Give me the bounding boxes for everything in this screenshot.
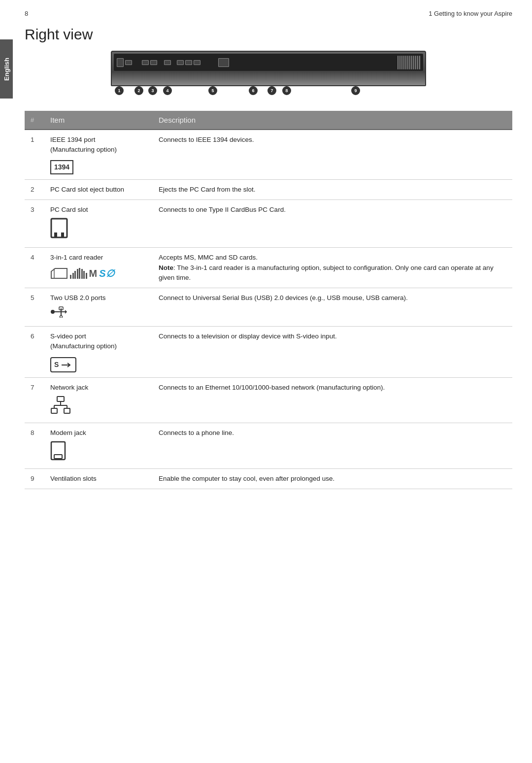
row-desc: Connects to IEEE 1394 devices. [153,130,512,179]
callout-dot-6: 6 [249,86,258,95]
vent-line [403,56,404,69]
vent-line [411,56,412,69]
col-header-item: Item [44,111,153,130]
vent-line [419,56,420,69]
row-desc: Accepts MS, MMC and SD cards. Note: The … [153,248,512,288]
vent-line [409,56,410,69]
svg-rect-21 [51,442,65,460]
callout-dot-7: 7 [267,86,276,95]
row-desc: Connects to a phone line. [153,423,512,469]
row-desc: Connects to an Ethernet 10/100/1000-base… [153,378,512,423]
table-row: 1 IEEE 1394 port(Manufacturing option) 1… [25,130,512,179]
mmc-icon [70,268,87,279]
svg-point-10 [60,316,63,318]
table-row: 8 Modem jack Connects to a phone line. [25,423,512,469]
svg-rect-20 [64,408,70,413]
callout-dot-1: 1 [115,86,124,95]
port-7 [185,60,192,65]
callout-dot-5: 5 [208,86,217,95]
usb-icon-container [50,306,147,321]
ieee-icon-container: 1394 [50,158,147,174]
row-item: S-video port(Manufacturing option) S [44,326,153,378]
network-icon [50,396,71,414]
svg-rect-19 [51,408,57,413]
port-3 [142,60,149,65]
row-item: PC Card slot eject button [44,179,153,199]
svg-rect-2 [61,232,64,237]
row-item: PC Card slot [44,199,153,248]
pc-card-icon-container [50,218,147,242]
row-num: 8 [25,423,44,469]
row-num: 5 [25,288,44,327]
vent-line [407,56,408,69]
svg-rect-13 [57,397,64,401]
col-header-desc: Description [153,111,512,130]
table-row: 9 Ventilation slots Enable the computer … [25,469,512,489]
row-desc: Connects to one Type II CardBus PC Card. [153,199,512,248]
svideo-s-label: S [54,360,59,370]
vent-line [399,56,400,69]
row-num: 1 [25,130,44,179]
modem-icon-container [50,441,147,464]
svg-rect-1 [54,232,57,237]
page-title: Right view [25,26,512,43]
vent-line [413,56,414,69]
row-item: Two USB 2.0 ports [44,288,153,327]
usb-icon [50,306,69,318]
modem-icon [50,441,66,461]
row-num: 7 [25,378,44,423]
svideo-arrow [61,361,72,369]
row-num: 6 [25,326,44,378]
page-header: 8 1 Getting to know your Aspire [25,10,512,21]
port-4 [150,60,157,65]
memory-stick-icon [50,267,68,279]
row-desc: Connects to a television or display devi… [153,326,512,378]
callout-dot-9: 9 [351,86,360,95]
callout-dot-8: 8 [282,86,291,95]
svg-rect-22 [54,455,62,459]
svideo-icon: S [50,357,76,372]
table-row: 7 Network jack [25,378,512,423]
row-num: 3 [25,199,44,248]
row-item: Network jack [44,378,153,423]
row-item: Ventilation slots [44,469,153,489]
svg-point-5 [51,310,55,314]
table-row: 6 S-video port(Manufacturing option) S [25,326,512,378]
port-spacer [133,60,140,65]
laptop-illustration: 1 2 3 4 5 6 7 8 9 [25,51,512,101]
vent-line [417,56,418,69]
vent-line [401,56,402,69]
pc-card-icon [50,218,68,239]
row-desc: Enable the computer to stay cool, even a… [153,469,512,489]
mmc-label: M [89,266,98,281]
port-1 [117,58,124,67]
table-row: 4 3-in-1 card reader [25,248,512,288]
vent-line [405,56,406,69]
row-item: IEEE 1394 port(Manufacturing option) 139… [44,130,153,179]
row-desc: Ejects the PC Card from the slot. [153,179,512,199]
ieee-badge: 1394 [50,160,73,174]
header-right-text: 1 Getting to know your Aspire [429,10,512,17]
network-icon-container [50,396,147,417]
table-row: 3 PC Card slot Connects to one Type II C… [25,199,512,248]
port-6 [177,60,184,65]
sd-label: S∅ [99,266,114,281]
table-row: 2 PC Card slot eject button Ejects the P… [25,179,512,199]
row-num: 2 [25,179,44,199]
ventilation-area [398,56,420,69]
side-language-tab: English [0,39,13,99]
page-number: 8 [25,10,28,17]
callout-dot-2: 2 [134,86,143,95]
port-5 [164,60,171,65]
port-2 [125,60,132,65]
svideo-icon-container: S [50,354,147,372]
row-item: Modem jack [44,423,153,469]
card-reader-icon-container: M S∅ [50,266,147,281]
row-num: 4 [25,248,44,288]
laptop-ports-area [114,54,423,71]
laptop-body [111,51,426,86]
table-row: 5 Two USB 2.0 ports [25,288,512,327]
side-language-label: English [3,58,10,81]
callout-dots-row: 1 2 3 4 5 6 7 8 9 [111,86,426,101]
note-label: Note [159,264,173,271]
